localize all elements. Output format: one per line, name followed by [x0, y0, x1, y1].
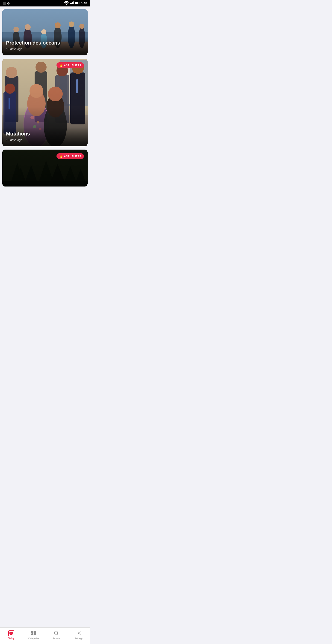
article-feed: Protection des océans 13 days ago	[0, 6, 90, 207]
badge-label-3: ACTUALITÉS	[64, 155, 81, 158]
card-1-overlay: Protection des océans 13 days ago	[2, 36, 88, 56]
svg-point-68	[78, 632, 79, 634]
settings-icon	[76, 630, 81, 636]
svg-rect-63	[34, 631, 36, 633]
nav-settings[interactable]: Settings	[72, 630, 86, 640]
card-2-time: 13 days ago	[6, 138, 84, 142]
nav-search-label: Search	[53, 637, 60, 640]
card-2-badge: 🔥 ACTUALITÉS	[56, 62, 84, 68]
svg-point-0	[66, 4, 67, 5]
svg-rect-65	[34, 634, 36, 635]
badge-label: ACTUALITÉS	[64, 64, 81, 67]
svg-line-67	[57, 634, 58, 635]
wifi-icon	[64, 0, 69, 6]
bottom-navigation: Today Categories Search	[0, 628, 90, 644]
status-bar: ⬛ ◎ 6:48	[0, 0, 90, 6]
svg-rect-64	[31, 634, 33, 635]
nav-categories[interactable]: Categories	[27, 630, 41, 640]
fire-icon: 🔥	[59, 64, 63, 67]
article-card-3[interactable]: 🔥 ACTUALITÉS	[2, 150, 88, 186]
status-left-icons: ⬛ ◎	[3, 2, 9, 5]
card-1-title: Protection des océans	[6, 40, 84, 46]
svg-rect-3	[72, 2, 73, 4]
nav-settings-label: Settings	[74, 637, 83, 640]
fire-icon-3: 🔥	[59, 154, 63, 158]
nav-today[interactable]: Today	[4, 630, 18, 640]
nav-categories-label: Categories	[28, 637, 39, 640]
article-card-1[interactable]: Protection des océans 13 days ago	[2, 9, 88, 56]
search-icon	[53, 630, 59, 636]
svg-rect-2	[71, 2, 72, 4]
nav-search[interactable]: Search	[49, 630, 63, 640]
status-time: 6:48	[81, 2, 87, 5]
article-card-2[interactable]: 🔥 ACTUALITÉS Mutations 13 days ago	[2, 59, 88, 146]
sim2-icon: ◎	[7, 2, 9, 5]
svg-rect-4	[73, 2, 74, 4]
battery-icon	[75, 2, 80, 5]
cellular-icon	[70, 1, 74, 6]
nav-today-label: Today	[8, 637, 14, 640]
today-icon	[8, 630, 14, 636]
categories-icon	[31, 630, 36, 636]
status-right-icons: 6:48	[64, 0, 87, 6]
svg-rect-62	[31, 631, 33, 633]
card-2-overlay: Mutations 13 days ago	[2, 127, 88, 146]
card-2-title: Mutations	[6, 131, 84, 137]
card-1-time: 13 days ago	[6, 47, 84, 51]
sim-icon: ⬛	[3, 2, 6, 5]
card-3-badge: 🔥 ACTUALITÉS	[56, 153, 84, 159]
svg-rect-6	[75, 2, 78, 4]
svg-rect-1	[70, 3, 71, 4]
svg-point-66	[54, 631, 58, 634]
